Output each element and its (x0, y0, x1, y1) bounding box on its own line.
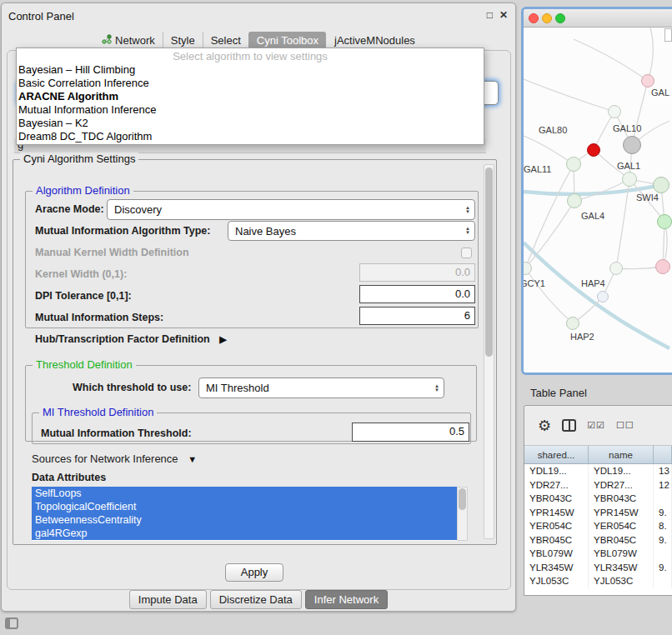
float-window-icon[interactable]: □ (487, 9, 493, 21)
tab-impute-data[interactable]: Impute Data (129, 590, 207, 609)
network-node[interactable] (622, 172, 637, 187)
sources-section-toggle[interactable]: Sources for Network Inference ▼ (32, 452, 197, 465)
dpi-tolerance-field[interactable]: 0.0 (359, 285, 475, 303)
data-attribute-item[interactable]: SelfLoops (32, 487, 457, 500)
data-attribute-item[interactable]: BetweennessCentrality (32, 513, 457, 527)
table-row[interactable]: YBR043CYBR043C (524, 492, 672, 506)
table-body: YDL19...YDL19...13YDR27...YDR27...12YBR0… (524, 464, 672, 588)
settings-scrollbar[interactable] (484, 164, 494, 539)
settings-scrollbar-thumb[interactable] (485, 168, 493, 357)
network-node[interactable] (623, 136, 641, 154)
network-node[interactable] (587, 143, 600, 157)
hub-section-toggle[interactable]: Hub/Transcription Factor Definition ▶ (35, 333, 227, 345)
network-node[interactable] (597, 291, 609, 302)
data-attribute-item[interactable]: TopologicalCoefficient (32, 500, 457, 513)
tab-discretize-data[interactable]: Discretize Data (210, 590, 302, 609)
table-cell: YBR045C (524, 533, 589, 548)
tab-network[interactable]: Network (94, 32, 163, 49)
table-cell: YDR27... (589, 478, 654, 492)
table-row[interactable]: YDR27...YDR27...12 (524, 478, 672, 492)
columns-icon[interactable] (562, 419, 576, 432)
table-row[interactable]: YBL079WYBL079W (524, 547, 672, 561)
algorithm-option[interactable]: Mutual Information Inference (17, 103, 484, 117)
show-panel-icon[interactable] (5, 618, 18, 629)
table-cell (654, 574, 672, 588)
close-traffic-light-icon[interactable] (529, 13, 539, 23)
zoom-traffic-light-icon[interactable] (555, 13, 565, 23)
which-threshold-value: MI Threshold (206, 382, 269, 394)
table-cell: YPR145W (524, 506, 589, 520)
screen: Control Panel □ ✕ Network Style Select C… (0, 0, 672, 635)
window-controls: □ ✕ (487, 9, 508, 21)
tab-select[interactable]: Select (203, 32, 248, 49)
network-node[interactable] (653, 177, 669, 193)
algorithm-option[interactable]: Basic Correlation Inference (17, 77, 484, 90)
kernel-width-label: Kernel Width (0,1): (35, 268, 127, 280)
network-node-label: GAL4 (581, 211, 604, 221)
aracne-mode-label: Aracne Mode: (35, 203, 104, 215)
mi-type-dropdown[interactable]: Naive Bayes ▲ ▼ (228, 221, 475, 241)
mi-steps-field[interactable]: 6 (359, 307, 475, 325)
kernel-width-field[interactable]: 0.0 (359, 263, 475, 282)
table-row[interactable]: YLR345WYLR345W9. (524, 561, 672, 575)
table-cell: 9. (654, 561, 672, 575)
table-row[interactable]: YBR045CYBR045C9. (524, 533, 672, 548)
table-cell: YPR145W (589, 506, 654, 520)
unchecked-columns-icon[interactable]: ☐☐ (616, 420, 634, 431)
network-node[interactable] (567, 193, 582, 208)
column-header[interactable]: name (589, 446, 654, 463)
network-icon (102, 34, 112, 47)
network-node-label: GCY1 (524, 278, 545, 288)
table-cell: YDR27... (524, 478, 589, 492)
tab-jactivemnodules[interactable]: jActiveMNodules (326, 32, 423, 49)
manual-kernel-checkbox[interactable] (461, 248, 472, 258)
tab-label: Network (115, 34, 155, 47)
table-panel-title: Table Panel (530, 387, 587, 399)
hub-section-label: Hub/Transcription Factor Definition (35, 333, 210, 345)
settings-legend: Cyni Algorithm Settings (20, 152, 138, 165)
mi-threshold-label: Mutual Information Threshold: (41, 428, 192, 439)
table-toolbar: ⚙ ☑☑ ☐☐ (524, 406, 672, 446)
tab-label: Select (211, 34, 241, 47)
popup-placeholder: Select algorithm to view settings (17, 49, 484, 63)
algorithm-option[interactable]: ARACNE Algorithm (17, 90, 484, 103)
algorithm-option[interactable]: Dream8 DC_TDC Algorithm (17, 130, 484, 143)
checked-columns-icon[interactable]: ☑☑ (587, 420, 605, 431)
attributes-scrollbar-thumb[interactable] (459, 488, 466, 510)
column-header[interactable] (654, 446, 672, 463)
network-canvas[interactable]: GALGAL80GAL10GAL11GAL1SWI4GAL4GCY1HAP4HA… (524, 28, 672, 372)
network-node[interactable] (609, 262, 623, 275)
tab-style[interactable]: Style (163, 32, 203, 49)
network-scrollbar[interactable] (664, 28, 672, 42)
network-node[interactable] (566, 157, 581, 172)
tab-infer-network[interactable]: Infer Network (305, 590, 388, 609)
network-node[interactable] (566, 317, 579, 330)
aracne-mode-dropdown[interactable]: Discovery ▲ ▼ (107, 199, 475, 220)
minimize-traffic-light-icon[interactable] (542, 13, 552, 23)
algorithm-option[interactable]: Bayesian – Hill Climbing (17, 63, 484, 77)
table-cell: YJL053C (589, 574, 654, 588)
network-node[interactable] (657, 214, 672, 229)
network-window-titlebar[interactable] (524, 9, 672, 28)
network-node[interactable] (608, 105, 621, 118)
tab-cyni-toolbox[interactable]: Cyni Toolbox (248, 32, 326, 49)
data-attribute-item[interactable]: gal4RGexp (32, 527, 457, 540)
algorithm-option[interactable]: Bayesian – K2 (17, 117, 484, 130)
table-row[interactable]: YJL053CYJL053C (524, 574, 672, 588)
table-cell: YBR045C (589, 533, 654, 548)
network-node[interactable] (655, 259, 670, 274)
gear-icon[interactable]: ⚙ (538, 418, 551, 433)
apply-button[interactable]: Apply (225, 563, 283, 582)
network-node[interactable] (641, 74, 654, 88)
mi-threshold-field[interactable]: 0.5 (352, 422, 469, 442)
table-row[interactable]: YPR145WYPR145W9. (524, 506, 672, 520)
table-cell: YJL053C (524, 574, 589, 588)
attributes-scrollbar[interactable] (457, 487, 468, 541)
mi-threshold-definition-legend: MI Threshold Definition (39, 406, 157, 418)
which-threshold-dropdown[interactable]: MI Threshold ▲ ▼ (198, 378, 444, 398)
combo-arrows-icon: ▲ ▼ (461, 200, 474, 219)
close-icon[interactable]: ✕ (499, 9, 508, 21)
table-row[interactable]: YDL19...YDL19...13 (524, 464, 672, 478)
column-header[interactable]: shared... (524, 446, 589, 463)
table-row[interactable]: YER054CYER054C8. (524, 519, 672, 533)
